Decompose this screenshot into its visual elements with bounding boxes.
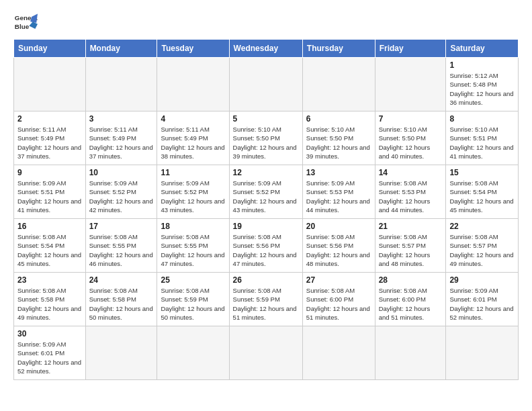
day-number: 18 [161,222,225,231]
day-number: 17 [89,222,154,231]
weekday-header-wednesday: Wednesday [229,40,302,58]
day-info: Sunrise: 5:09 AM Sunset: 5:51 PM Dayligh… [17,179,82,214]
calendar-day-cell: 29Sunrise: 5:09 AM Sunset: 6:01 PM Dayli… [446,273,519,326]
calendar-day-cell: 2Sunrise: 5:11 AM Sunset: 5:49 PM Daylig… [14,111,86,165]
calendar-day-cell: 1Sunrise: 5:12 AM Sunset: 5:48 PM Daylig… [446,58,519,111]
day-info: Sunrise: 5:08 AM Sunset: 5:56 PM Dayligh… [306,232,371,268]
calendar-day-cell: 18Sunrise: 5:08 AM Sunset: 5:55 PM Dayli… [157,219,229,273]
weekday-header-sunday: Sunday [14,40,86,58]
calendar-day-cell: 16Sunrise: 5:08 AM Sunset: 5:54 PM Dayli… [14,219,86,273]
day-number: 11 [161,168,225,177]
weekday-header-saturday: Saturday [446,40,519,58]
weekday-header-tuesday: Tuesday [157,40,229,58]
day-info: Sunrise: 5:11 AM Sunset: 5:49 PM Dayligh… [17,125,82,161]
day-info: Sunrise: 5:08 AM Sunset: 5:55 PM Dayligh… [89,232,154,268]
weekday-header-row: SundayMondayTuesdayWednesdayThursdayFrid… [14,40,519,58]
day-number: 30 [17,329,82,338]
day-info: Sunrise: 5:11 AM Sunset: 5:49 PM Dayligh… [89,125,154,161]
day-number: 4 [161,114,225,124]
day-number: 22 [449,222,515,231]
day-number: 19 [233,222,299,231]
calendar-day-cell: 21Sunrise: 5:08 AM Sunset: 5:57 PM Dayli… [375,219,446,273]
day-info: Sunrise: 5:11 AM Sunset: 5:49 PM Dayligh… [161,125,225,161]
day-info: Sunrise: 5:08 AM Sunset: 5:54 PM Dayligh… [449,179,515,214]
day-info: Sunrise: 5:08 AM Sunset: 6:00 PM Dayligh… [379,286,443,322]
day-number: 23 [17,275,82,285]
day-info: Sunrise: 5:09 AM Sunset: 5:53 PM Dayligh… [306,179,371,214]
calendar-day-cell [302,326,375,380]
calendar-day-cell: 11Sunrise: 5:09 AM Sunset: 5:52 PM Dayli… [157,165,229,219]
weekday-header-friday: Friday [375,40,446,58]
day-info: Sunrise: 5:08 AM Sunset: 5:58 PM Dayligh… [17,286,82,322]
calendar-day-cell: 7Sunrise: 5:10 AM Sunset: 5:50 PM Daylig… [375,111,446,165]
day-number: 15 [449,168,515,177]
calendar-day-cell: 17Sunrise: 5:08 AM Sunset: 5:55 PM Dayli… [85,219,157,273]
day-info: Sunrise: 5:08 AM Sunset: 5:55 PM Dayligh… [161,232,225,268]
calendar-day-cell: 9Sunrise: 5:09 AM Sunset: 5:51 PM Daylig… [14,165,86,219]
day-number: 28 [379,275,443,285]
day-number: 6 [306,114,371,124]
day-info: Sunrise: 5:09 AM Sunset: 6:01 PM Dayligh… [449,286,515,322]
day-info: Sunrise: 5:08 AM Sunset: 5:58 PM Dayligh… [89,286,154,322]
day-info: Sunrise: 5:12 AM Sunset: 5:48 PM Dayligh… [449,71,515,107]
calendar-week-row: 16Sunrise: 5:08 AM Sunset: 5:54 PM Dayli… [14,219,519,273]
calendar-week-row: 1Sunrise: 5:12 AM Sunset: 5:48 PM Daylig… [14,58,519,111]
day-number: 7 [379,114,443,124]
day-info: Sunrise: 5:10 AM Sunset: 5:51 PM Dayligh… [449,125,515,161]
calendar-day-cell [157,58,229,111]
calendar-day-cell [375,58,446,111]
calendar-day-cell: 27Sunrise: 5:08 AM Sunset: 6:00 PM Dayli… [302,273,375,326]
calendar-day-cell: 8Sunrise: 5:10 AM Sunset: 5:51 PM Daylig… [446,111,519,165]
day-number: 16 [17,222,82,231]
calendar-day-cell: 13Sunrise: 5:09 AM Sunset: 5:53 PM Dayli… [302,165,375,219]
day-number: 12 [233,168,299,177]
day-info: Sunrise: 5:08 AM Sunset: 5:53 PM Dayligh… [379,179,443,214]
calendar-day-cell: 25Sunrise: 5:08 AM Sunset: 5:59 PM Dayli… [157,273,229,326]
svg-text:Blue: Blue [15,23,30,30]
header: General Blue [13,11,519,35]
day-number: 13 [306,168,371,177]
calendar-week-row: 9Sunrise: 5:09 AM Sunset: 5:51 PM Daylig… [14,165,519,219]
day-info: Sunrise: 5:10 AM Sunset: 5:50 PM Dayligh… [379,125,443,161]
day-number: 21 [379,222,443,231]
calendar-day-cell: 14Sunrise: 5:08 AM Sunset: 5:53 PM Dayli… [375,165,446,219]
calendar-day-cell: 19Sunrise: 5:08 AM Sunset: 5:56 PM Dayli… [229,219,302,273]
day-number: 10 [89,168,154,177]
calendar-day-cell [446,326,519,380]
day-number: 25 [161,275,225,285]
calendar-day-cell: 22Sunrise: 5:08 AM Sunset: 5:57 PM Dayli… [446,219,519,273]
day-info: Sunrise: 5:08 AM Sunset: 5:57 PM Dayligh… [449,232,515,268]
calendar-week-row: 30Sunrise: 5:09 AM Sunset: 6:01 PM Dayli… [14,326,519,380]
calendar-day-cell: 28Sunrise: 5:08 AM Sunset: 6:00 PM Dayli… [375,273,446,326]
day-info: Sunrise: 5:08 AM Sunset: 5:57 PM Dayligh… [379,232,443,268]
day-info: Sunrise: 5:10 AM Sunset: 5:50 PM Dayligh… [306,125,371,161]
calendar-day-cell: 26Sunrise: 5:08 AM Sunset: 5:59 PM Dayli… [229,273,302,326]
calendar-day-cell [85,326,157,380]
day-info: Sunrise: 5:09 AM Sunset: 6:01 PM Dayligh… [17,340,82,375]
day-number: 27 [306,275,371,285]
day-info: Sunrise: 5:08 AM Sunset: 5:56 PM Dayligh… [233,232,299,268]
day-number: 26 [233,275,299,285]
day-number: 29 [449,275,515,285]
day-info: Sunrise: 5:08 AM Sunset: 5:54 PM Dayligh… [17,232,82,268]
day-number: 20 [306,222,371,231]
calendar-day-cell [375,326,446,380]
day-info: Sunrise: 5:09 AM Sunset: 5:52 PM Dayligh… [233,179,299,214]
calendar-day-cell: 5Sunrise: 5:10 AM Sunset: 5:50 PM Daylig… [229,111,302,165]
calendar-day-cell: 6Sunrise: 5:10 AM Sunset: 5:50 PM Daylig… [302,111,375,165]
calendar-day-cell: 4Sunrise: 5:11 AM Sunset: 5:49 PM Daylig… [157,111,229,165]
calendar-day-cell [85,58,157,111]
calendar-day-cell: 20Sunrise: 5:08 AM Sunset: 5:56 PM Dayli… [302,219,375,273]
day-info: Sunrise: 5:09 AM Sunset: 5:52 PM Dayligh… [161,179,225,214]
calendar-day-cell [14,58,86,111]
calendar-day-cell: 3Sunrise: 5:11 AM Sunset: 5:49 PM Daylig… [85,111,157,165]
calendar-day-cell: 10Sunrise: 5:09 AM Sunset: 5:52 PM Dayli… [85,165,157,219]
day-info: Sunrise: 5:08 AM Sunset: 6:00 PM Dayligh… [306,286,371,322]
day-info: Sunrise: 5:08 AM Sunset: 5:59 PM Dayligh… [233,286,299,322]
calendar-day-cell [157,326,229,380]
day-info: Sunrise: 5:10 AM Sunset: 5:50 PM Dayligh… [233,125,299,161]
day-number: 3 [89,114,154,124]
day-number: 2 [17,114,82,124]
calendar-week-row: 23Sunrise: 5:08 AM Sunset: 5:58 PM Dayli… [14,273,519,326]
calendar-day-cell: 24Sunrise: 5:08 AM Sunset: 5:58 PM Dayli… [85,273,157,326]
